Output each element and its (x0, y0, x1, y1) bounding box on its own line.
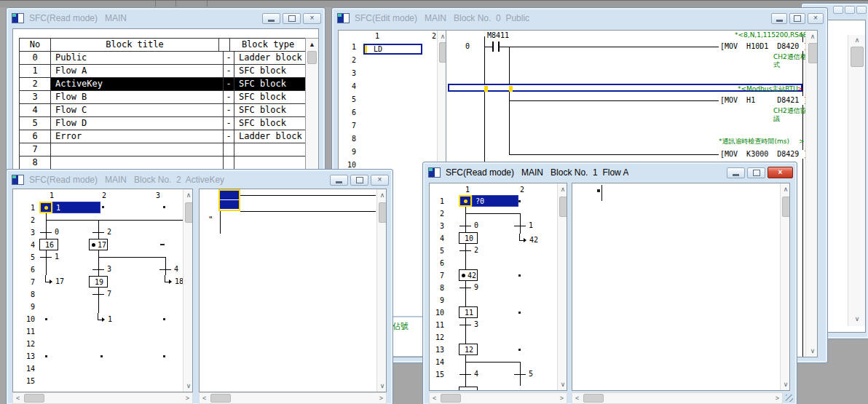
scroll-thumb[interactable] (808, 43, 818, 63)
scrollbar[interactable]: ∧ ∨ (557, 183, 567, 391)
table-row[interactable]: 0 Public - Ladder block (20, 52, 315, 65)
close-button[interactable]: × (303, 13, 321, 24)
instruction-mov-3[interactable]: [MOV K3000 D8429 ] (719, 150, 809, 159)
scroll-up-icon[interactable]: ∧ (184, 192, 193, 199)
minimize-button[interactable] (727, 167, 745, 178)
table-row[interactable]: 4 Flow C - SFC block (20, 104, 315, 117)
table-row[interactable]: 1 Flow A - SFC block (20, 65, 315, 78)
minimize-button[interactable] (262, 13, 280, 24)
maximize-button[interactable] (283, 13, 301, 24)
scroll-thumb[interactable] (851, 47, 864, 67)
instruction-mov-1[interactable]: [MOV H10D1 D8420 ] (719, 42, 809, 51)
scroll-right-icon[interactable]: > (776, 395, 779, 402)
maximize-button[interactable] (747, 167, 765, 178)
table-row[interactable]: 5 Flow D - SFC block (20, 117, 315, 130)
sfc-jump[interactable]: 42 (519, 234, 538, 244)
sfc-step-partial[interactable] (459, 387, 478, 391)
sfc-selected-step[interactable]: ?0 (459, 195, 518, 207)
sfc-jump[interactable]: 1 (98, 313, 112, 323)
scroll-right-icon[interactable]: > (560, 395, 564, 402)
table-row[interactable]: 2 ActiveKey - SFC block (20, 78, 315, 91)
scroll-thumb[interactable] (307, 51, 317, 64)
sfc-selected-step[interactable]: 1 (39, 202, 100, 213)
scroll-down-icon[interactable]: ∨ (848, 316, 866, 322)
table-row[interactable]: 8 (20, 157, 315, 170)
sfc-step[interactable]: 16 (39, 239, 58, 250)
scrollbar[interactable]: ▲ (305, 38, 319, 170)
scroll-down-icon[interactable]: ∨ (781, 381, 790, 388)
scroll-down-icon[interactable]: ∨ (806, 348, 818, 355)
minimize-button[interactable] (833, 6, 843, 14)
scroll-thumb[interactable] (24, 394, 44, 403)
transition-tick[interactable] (459, 288, 471, 288)
sfc-step[interactable]: 11 (459, 306, 478, 318)
sfc-step[interactable]: 10 (459, 232, 478, 244)
table-row[interactable]: 3 Flow B - SFC block (20, 91, 315, 104)
scroll-thumb[interactable] (379, 202, 387, 223)
horizontal-scrollbar[interactable]: < > (572, 392, 783, 404)
sfc-step-active[interactable]: 17 (89, 239, 108, 250)
transition-tick[interactable] (40, 232, 52, 233)
table-row[interactable]: 6 Error - Ladder block (20, 130, 315, 143)
sfc-step-active[interactable]: 42 (459, 269, 478, 281)
instruction-mov-2[interactable]: [MOV H1 D8421 ] (719, 96, 809, 105)
scrollbar[interactable]: ∧ ∨ (780, 183, 790, 391)
table-row[interactable]: 7 (20, 143, 315, 157)
scrollbar[interactable]: ∧ ∨ (848, 35, 866, 326)
scroll-thumb[interactable] (559, 197, 567, 217)
close-button[interactable]: × (371, 175, 389, 186)
transition-tick[interactable] (514, 226, 526, 226)
scroll-right-icon[interactable]: > (186, 395, 189, 402)
scroll-thumb[interactable] (210, 394, 231, 403)
close-button[interactable]: × (808, 13, 824, 24)
scroll-down-icon[interactable]: ∨ (377, 383, 387, 389)
close-button[interactable]: × (768, 167, 793, 178)
ladder-selected-row[interactable]: *<Modbus主站RTU > (448, 84, 802, 92)
resize-grip[interactable] (786, 395, 793, 402)
transition-tick[interactable] (459, 374, 471, 375)
horizontal-scrollbar[interactable]: < > (429, 392, 567, 404)
titlebar[interactable]: SFC(Edit mode) MAIN Block No. 0 Public × (336, 11, 824, 25)
scroll-right-icon[interactable]: > (379, 395, 383, 402)
sfc-step[interactable]: 12 (459, 344, 478, 355)
scroll-up-icon[interactable]: ∧ (377, 192, 387, 199)
transition-tick[interactable] (459, 226, 471, 226)
transition-tick[interactable] (514, 374, 526, 375)
scroll-thumb[interactable] (583, 394, 604, 403)
selected-cell-block[interactable] (218, 189, 240, 211)
maximize-button[interactable] (350, 175, 368, 186)
scroll-up-icon[interactable]: ∧ (806, 33, 818, 40)
minimize-button[interactable] (771, 13, 787, 24)
maximize-button[interactable] (789, 13, 805, 24)
transition-tick[interactable] (459, 250, 471, 251)
scroll-left-icon[interactable]: < (16, 395, 20, 402)
scroll-up-icon[interactable]: ∧ (558, 186, 567, 193)
scroll-thumb[interactable] (782, 197, 790, 217)
transition-tick[interactable] (92, 294, 104, 295)
scroll-up-icon[interactable]: ▲ (306, 41, 318, 48)
sfc-jump[interactable]: 18 (165, 275, 184, 285)
sfc-jump[interactable]: 17 (45, 275, 64, 285)
transition-tick[interactable] (92, 269, 104, 270)
sfc-step[interactable]: 19 (89, 276, 108, 288)
titlebar[interactable]: SFC(Read mode) MAIN Block No. 2 ActiveKe… (10, 173, 389, 187)
titlebar[interactable]: SFC(Read mode) MAIN × (10, 11, 321, 25)
sfc-cursor-cell[interactable]: LD (363, 44, 422, 55)
scrollbar[interactable]: ∧ ∨ (376, 189, 387, 392)
scroll-thumb[interactable] (185, 202, 193, 223)
scroll-down-icon[interactable]: ∨ (184, 383, 193, 389)
transition-tick[interactable] (459, 325, 471, 325)
scroll-thumb[interactable] (441, 394, 461, 403)
close-button[interactable] (856, 6, 867, 14)
scroll-left-icon[interactable]: < (575, 395, 579, 402)
maximize-button[interactable] (845, 6, 855, 14)
minimize-button[interactable] (330, 175, 348, 186)
horizontal-scrollbar[interactable]: < > (12, 392, 193, 404)
scroll-left-icon[interactable]: < (202, 395, 206, 402)
scroll-up-icon[interactable]: ∧ (848, 37, 866, 44)
transition-tick[interactable] (40, 257, 52, 258)
scroll-left-icon[interactable]: < (433, 395, 436, 402)
titlebar[interactable]: SFC(Read mode) MAIN Block No. 1 Flow A × (427, 165, 793, 180)
scrollbar[interactable]: ∧ ∨ (805, 31, 818, 357)
horizontal-scrollbar[interactable]: < > (199, 392, 387, 404)
